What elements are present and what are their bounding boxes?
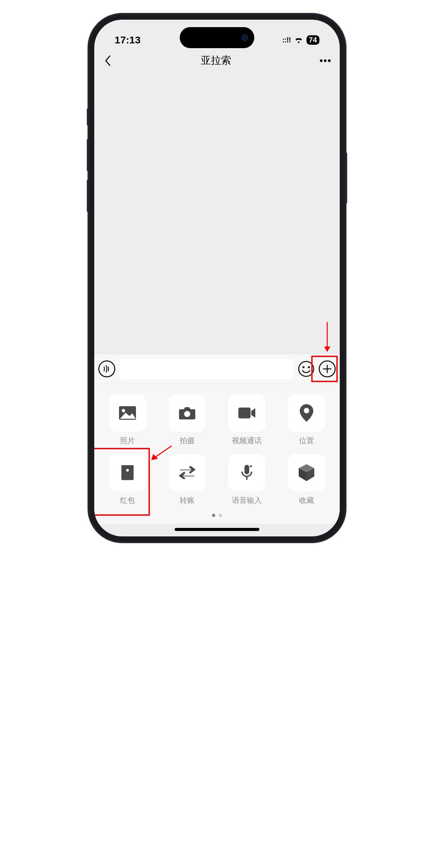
attach-label-location: 位置: [299, 436, 314, 446]
phone-frame: 17:13 ::!! 74 亚拉索 •••: [88, 14, 346, 542]
svg-point-3: [308, 366, 310, 368]
phone-screen: 17:13 ::!! 74 亚拉索 •••: [94, 20, 340, 536]
attach-item-redpacket[interactable]: 红包: [101, 454, 154, 506]
attach-label-transfer: 转账: [180, 495, 195, 506]
chat-message-area[interactable]: [94, 73, 340, 354]
voice-input-toggle[interactable]: [98, 360, 115, 377]
svg-point-1: [299, 361, 314, 376]
attach-label-favorites: 收藏: [299, 495, 314, 506]
svg-point-10: [304, 408, 309, 413]
attach-item-voice-input[interactable]: 语音输入: [220, 454, 273, 506]
back-button[interactable]: [102, 56, 113, 66]
svg-rect-9: [238, 408, 251, 418]
more-button[interactable]: •••: [320, 55, 332, 66]
svg-point-13: [126, 469, 129, 472]
attach-label-photo: 照片: [120, 436, 135, 446]
home-indicator[interactable]: [175, 528, 259, 531]
dynamic-island: [180, 27, 254, 48]
attach-label-voice: 语音输入: [232, 495, 262, 506]
attach-label-video: 视频通话: [232, 436, 262, 446]
emoji-button[interactable]: [298, 360, 315, 377]
wifi-icon: [294, 37, 303, 43]
attachment-panel: 照片 拍摄 视频通话 位置: [94, 384, 340, 524]
chat-title: 亚拉索: [201, 54, 231, 67]
svg-rect-14: [244, 465, 249, 474]
message-text-input[interactable]: [119, 359, 294, 379]
attach-item-photo[interactable]: 照片: [101, 394, 154, 446]
svg-point-8: [184, 411, 190, 417]
attach-plus-button[interactable]: [319, 360, 336, 377]
attach-item-video-call[interactable]: 视频通话: [220, 394, 273, 446]
attach-item-camera[interactable]: 拍摄: [161, 394, 214, 446]
attach-label-camera: 拍摄: [180, 436, 195, 446]
svg-point-7: [122, 409, 125, 412]
attach-item-transfer[interactable]: 转账: [161, 454, 214, 506]
signal-icon: ::!!: [282, 36, 291, 44]
attach-item-favorites[interactable]: 收藏: [280, 454, 333, 506]
attach-item-location[interactable]: 位置: [280, 394, 333, 446]
svg-point-16: [250, 465, 252, 467]
page-indicator: [101, 514, 333, 517]
battery-indicator: 74: [307, 35, 319, 45]
svg-point-2: [302, 366, 304, 368]
attach-label-redpacket: 红包: [120, 495, 135, 506]
chat-input-bar: [94, 354, 340, 384]
status-time: 17:13: [115, 34, 141, 46]
